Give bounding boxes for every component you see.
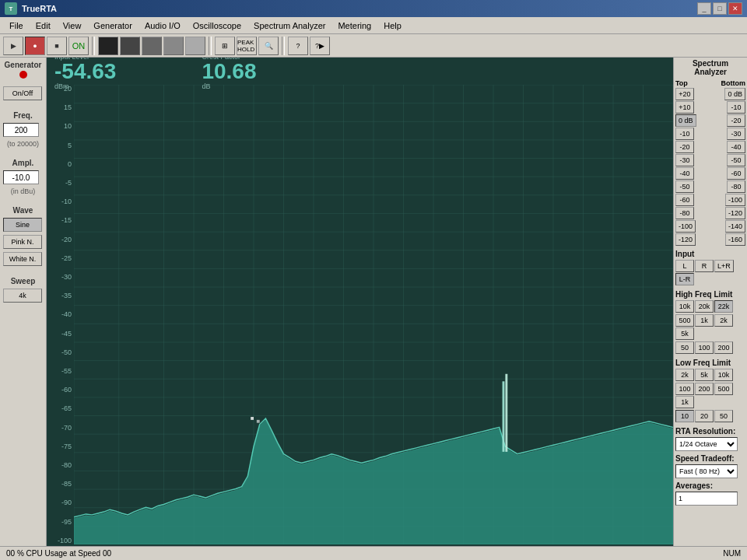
on-button[interactable]: ON [68, 37, 89, 55]
wave-white-button[interactable]: White N. [3, 252, 42, 266]
input-l-button[interactable]: L [675, 260, 694, 272]
close-button[interactable]: ✕ [728, 2, 742, 15]
zoom-button[interactable]: 🔍 [258, 37, 279, 55]
top-btn-20n[interactable]: -20 [675, 141, 694, 153]
bot-btn-60[interactable]: -60 [727, 167, 745, 180]
window-controls[interactable]: _ □ ✕ [697, 2, 742, 15]
wave-btn3[interactable] [142, 37, 162, 55]
top-btn-10n[interactable]: -10 [675, 128, 694, 140]
lf-20[interactable]: 20 [695, 410, 714, 422]
lf-50[interactable]: 50 [714, 410, 733, 422]
menu-oscilloscope[interactable]: Oscilloscope [187, 19, 247, 32]
rta-res-select[interactable]: 1/24 Octave 1/12 Octave 1/6 Octave 1/3 O… [675, 437, 738, 451]
bot-btn-50[interactable]: -50 [727, 154, 745, 166]
top-btn-60n[interactable]: -60 [675, 194, 694, 206]
input-lmr-button[interactable]: L-R [675, 273, 694, 285]
cpu-usage: 00 % CPU Usage at Speed 00 [6, 549, 111, 558]
bot-btn-0db[interactable]: 0 dB [724, 88, 745, 100]
top-btn-30n[interactable]: -30 [675, 154, 694, 166]
bot-btn-40[interactable]: -40 [727, 141, 745, 153]
wave-sine-button[interactable]: Sine [3, 218, 42, 232]
maximize-button[interactable]: □ [713, 2, 727, 15]
y-label-75n: -75 [61, 443, 72, 450]
wave-btn2[interactable] [120, 37, 140, 55]
lf-10[interactable]: 10 [675, 410, 694, 422]
y-label-55n: -55 [61, 367, 72, 375]
bot-btn-160[interactable]: -160 [725, 233, 745, 246]
menu-edit[interactable]: Edit [30, 19, 57, 32]
hf-20k[interactable]: 20k [695, 300, 714, 313]
bot-btn-100[interactable]: -100 [725, 194, 745, 206]
stop-button[interactable]: ■ [47, 37, 67, 55]
averages-input[interactable] [675, 492, 738, 506]
app-icon: T [5, 2, 17, 15]
wave-btn4[interactable] [163, 37, 184, 55]
wave-btn5[interactable] [185, 37, 205, 55]
lf-1k[interactable]: 1k [675, 396, 694, 408]
y-label-100n: -100 [58, 537, 72, 544]
lf-500[interactable]: 500 [714, 383, 733, 395]
wave-btn1[interactable] [98, 37, 118, 55]
tb-row-7: -50 -80 [675, 180, 745, 193]
play-button[interactable]: ▶ [3, 37, 23, 55]
minimize-button[interactable]: _ [697, 2, 711, 15]
lf-2k[interactable]: 2k [675, 369, 694, 381]
hf-5k[interactable]: 5k [675, 327, 694, 340]
chart-header: Input Level -54.63 dBm Crest Factor 10.6… [47, 58, 673, 85]
hf-500[interactable]: 500 [675, 314, 694, 327]
hf-1k[interactable]: 1k [695, 314, 714, 327]
ampl-input[interactable] [3, 170, 39, 184]
top-btn-80n[interactable]: -80 [675, 207, 694, 219]
hf-2k[interactable]: 2k [714, 314, 733, 327]
menu-generator[interactable]: Generator [87, 19, 139, 32]
menu-spectrum[interactable]: Spectrum Analyzer [247, 19, 331, 32]
statusbar: 00 % CPU Usage at Speed 00 NUM [0, 546, 747, 560]
top-btn-50n[interactable]: -50 [675, 180, 694, 193]
wave-pink-button[interactable]: Pink N. [3, 235, 42, 249]
menu-help[interactable]: Help [377, 19, 408, 32]
bot-btn-80[interactable]: -80 [727, 180, 745, 193]
speed-select[interactable]: Fast ( 80 Hz) Medium Slow [675, 464, 738, 478]
top-btn-100n[interactable]: -100 [675, 220, 696, 233]
tb-row-1: +10 -10 [675, 101, 745, 114]
help-button[interactable]: ?▶ [310, 37, 330, 55]
generator-led [19, 71, 27, 79]
hf-22k[interactable]: 22k [714, 300, 733, 313]
bot-btn-10[interactable]: -10 [727, 101, 745, 114]
top-btn-40n[interactable]: -40 [675, 167, 694, 180]
menu-view[interactable]: View [57, 19, 88, 32]
menu-metering[interactable]: Metering [331, 19, 377, 32]
grid-button[interactable]: ⊞ [215, 37, 235, 55]
top-btn-20[interactable]: +20 [675, 88, 694, 100]
question-button[interactable]: ? [288, 37, 308, 55]
on-off-button[interactable]: On/Off [3, 86, 42, 100]
lf-100[interactable]: 100 [675, 383, 694, 395]
y-label-10n: -10 [61, 198, 72, 205]
top-btn-0[interactable]: 0 dB [675, 114, 696, 127]
top-bottom-header: Top Bottom [675, 79, 745, 87]
record-button[interactable]: ● [25, 37, 45, 55]
top-btn-10[interactable]: +10 [675, 101, 694, 114]
input-lr-button[interactable]: L+R [714, 260, 734, 272]
freq-input[interactable] [3, 123, 39, 137]
lf-200[interactable]: 200 [695, 383, 714, 395]
input-r-button[interactable]: R [695, 260, 714, 272]
hf-10k[interactable]: 10k [675, 300, 694, 313]
bot-btn-140[interactable]: -140 [725, 220, 745, 233]
hf-200[interactable]: 200 [714, 341, 733, 354]
hf-50[interactable]: 50 [675, 341, 694, 354]
top-btn-120n[interactable]: -120 [675, 233, 696, 246]
bot-btn-30[interactable]: -30 [727, 128, 745, 140]
menu-file[interactable]: File [3, 19, 30, 32]
freq-note: (to 20000) [3, 140, 43, 148]
main-container: Generator On/Off Freq. (to 20000) Ampl. … [0, 58, 747, 560]
menu-audio-io[interactable]: Audio I/O [139, 19, 187, 32]
lf-10k[interactable]: 10k [714, 369, 733, 381]
bot-btn-120[interactable]: -120 [725, 207, 745, 219]
bot-btn-20[interactable]: -20 [727, 114, 745, 127]
hf-100[interactable]: 100 [695, 341, 714, 354]
lf-5k[interactable]: 5k [695, 369, 714, 381]
peak-hold-button[interactable]: PEAK HOLD [237, 37, 257, 55]
svg-rect-47 [251, 417, 254, 420]
sweep-button[interactable]: 4k [3, 289, 42, 303]
